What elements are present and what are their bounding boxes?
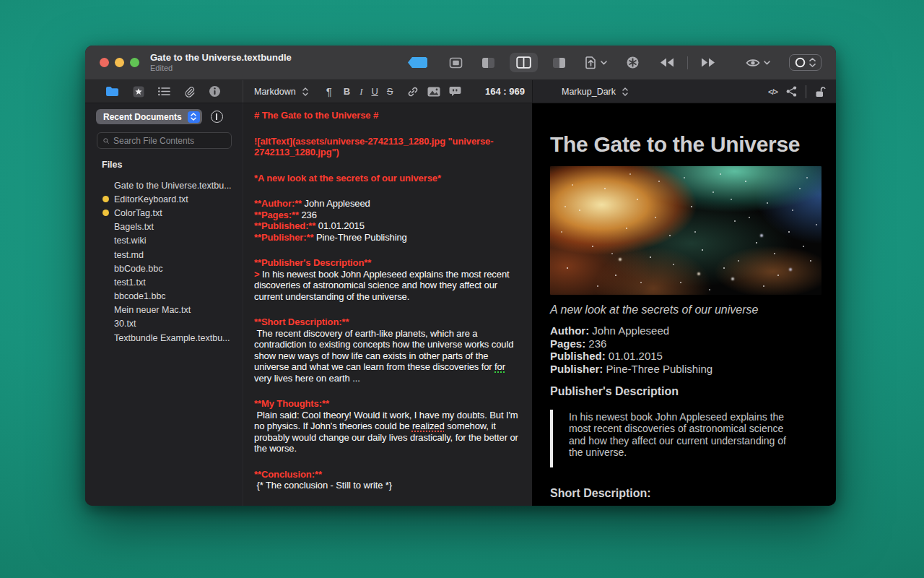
- markdown-syntax-text: >: [254, 269, 262, 280]
- pilcrow-button[interactable]: ¶: [326, 85, 332, 98]
- meta-value: John Appleseed: [589, 324, 669, 337]
- markdown-syntax-text: **Author:**: [254, 198, 302, 209]
- asterisk-button[interactable]: [626, 56, 640, 69]
- editor-text: realized: [412, 420, 445, 431]
- window-title-group: Gate to the Universe.textbundle Edited: [150, 53, 292, 73]
- desktop-background: { "window": { "title": "Gate to the Univ…: [0, 0, 924, 578]
- zoom-button[interactable]: [130, 58, 139, 67]
- source-dropdown-label: Recent Documents: [103, 112, 182, 122]
- file-row[interactable]: test.wiki: [85, 234, 243, 248]
- file-row[interactable]: Bagels.txt: [85, 220, 243, 234]
- image-button[interactable]: [427, 87, 440, 97]
- meta-row: Publisher: Pine-Three Publishing: [550, 363, 821, 376]
- search-field[interactable]: [97, 132, 232, 149]
- toolbar-divider: [806, 85, 806, 98]
- meta-value: Pine-Three Publishing: [603, 363, 712, 375]
- file-row[interactable]: test1.txt: [85, 275, 243, 289]
- theme-dropdown-label: Markup_Dark: [562, 87, 616, 97]
- color-tag-dot: [103, 210, 109, 216]
- file-row[interactable]: Textbundle Example.textbu...: [85, 331, 243, 345]
- file-row[interactable]: bbCode.bbc: [85, 262, 243, 275]
- editor-text: for: [494, 361, 505, 372]
- theme-dropdown[interactable]: Markup_Dark: [562, 87, 628, 97]
- italic-button[interactable]: I: [359, 86, 362, 98]
- file-row[interactable]: bbcode1.bbc: [85, 290, 243, 303]
- markdown-syntax-text: **Short Description:**: [254, 316, 349, 327]
- view-sidebar-button[interactable]: [481, 57, 495, 69]
- editor-paragraph: **Author:** John Appleseed**Pages:** 236…: [254, 198, 522, 243]
- files-tab-button[interactable]: [105, 86, 119, 97]
- file-name: Textbundle Example.textbu...: [114, 333, 230, 343]
- close-button[interactable]: [100, 58, 109, 67]
- share-button[interactable]: [786, 86, 797, 97]
- undo-button[interactable]: [658, 57, 676, 68]
- favorites-tab-button[interactable]: [133, 86, 144, 98]
- blockquote: In his newest book John Appleseed explai…: [550, 410, 821, 467]
- markdown-syntax-text: **My Thoughts:**: [254, 398, 329, 409]
- export-icon: [585, 56, 597, 69]
- editor-text: 01.01.2015: [315, 220, 365, 231]
- text-size-stepper-button[interactable]: [789, 54, 821, 71]
- file-row[interactable]: EditorKeyboard.txt: [85, 192, 243, 206]
- meta-label: Pages:: [550, 337, 585, 350]
- markdown-syntax-text: **Pages:**: [254, 210, 299, 220]
- view-preview-button[interactable]: [552, 57, 566, 69]
- file-name: ColorTag.txt: [114, 208, 162, 218]
- view-editor-icon: [449, 57, 463, 69]
- info-tab-button[interactable]: [209, 85, 221, 98]
- underline-button[interactable]: U: [371, 86, 378, 97]
- editor-header: Markdown ¶ B I U S 164 : 969: [243, 80, 532, 103]
- attachments-tab-button[interactable]: [184, 86, 195, 98]
- file-name: test.md: [114, 250, 144, 260]
- comment-icon: [449, 86, 461, 97]
- source-code-button[interactable]: </>: [768, 87, 777, 96]
- view-editor-button[interactable]: [449, 57, 463, 69]
- editor-paragraph: # The Gate to the Universe #: [254, 110, 522, 121]
- sidebar: Recent Documents Files Gate to the Unive…: [85, 103, 243, 506]
- window-subtitle: Edited: [150, 64, 292, 73]
- export-button[interactable]: [585, 56, 607, 69]
- file-row[interactable]: Gate to the Universe.textbu...: [85, 178, 243, 192]
- redo-button[interactable]: [699, 57, 717, 68]
- outline-tab-button[interactable]: [158, 87, 170, 96]
- file-row[interactable]: 30.txt: [85, 317, 243, 331]
- color-tag-dot: [103, 196, 109, 202]
- sort-toggle-button[interactable]: [211, 111, 223, 123]
- file-row[interactable]: ColorTag.txt: [85, 206, 243, 220]
- markdown-editor[interactable]: # The Gate to the Universe #![altText](a…: [243, 103, 532, 506]
- link-button[interactable]: [407, 86, 419, 98]
- bold-button[interactable]: B: [344, 86, 350, 97]
- asterisk-icon: [626, 56, 640, 69]
- up-down-chevrons-icon: [302, 87, 308, 96]
- markdown-syntax-text: ![altText](assets/universe-2742113_1280.…: [254, 136, 493, 158]
- tag-button[interactable]: [408, 57, 427, 68]
- preview-pane: The Gate to the Universe A new look at t…: [532, 103, 836, 506]
- no-tag-placeholder: [103, 335, 109, 341]
- lock-icon: [815, 86, 826, 98]
- star-icon: [133, 86, 144, 98]
- lock-button[interactable]: [815, 86, 826, 98]
- file-row[interactable]: Mein neuer Mac.txt: [85, 303, 243, 317]
- meta-row: Published: 01.01.2015: [550, 350, 821, 363]
- file-name: 30.txt: [114, 319, 136, 329]
- format-dropdown[interactable]: Markdown: [254, 87, 308, 97]
- strikethrough-button[interactable]: S: [387, 86, 393, 97]
- view-split-button[interactable]: [510, 53, 538, 72]
- editor-paragraph: *A new look at the secrets of our univer…: [254, 173, 522, 184]
- preview-mode-button[interactable]: [746, 58, 770, 68]
- link-icon: [407, 86, 419, 98]
- editor-paragraph: ![altText](assets/universe-2742113_1280.…: [254, 136, 522, 158]
- character-counter: 164 : 969: [485, 86, 525, 97]
- preview-header: Markup_Dark </>: [532, 80, 836, 103]
- editor-text: Pine-Three Publishing: [313, 232, 406, 243]
- minimize-button[interactable]: [115, 58, 124, 67]
- file-row[interactable]: test.md: [85, 248, 243, 262]
- preview-subtitle: A new look at the secrets of our univers…: [550, 303, 821, 316]
- search-input[interactable]: [113, 136, 225, 146]
- meta-value: 236: [585, 337, 606, 350]
- file-name: EditorKeyboard.txt: [114, 194, 188, 204]
- comment-button[interactable]: [449, 86, 461, 97]
- source-dropdown[interactable]: Recent Documents: [96, 109, 202, 124]
- info-icon: [209, 85, 221, 98]
- short-description-heading: Short Description:: [550, 487, 821, 500]
